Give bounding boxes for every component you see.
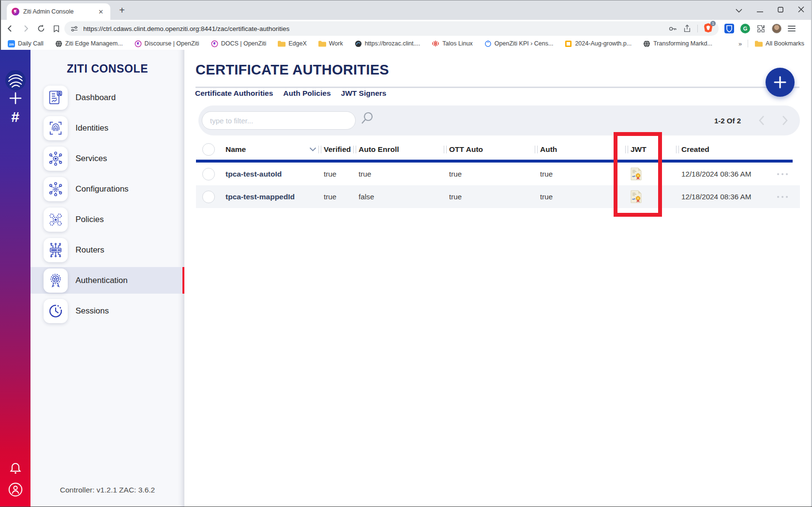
browser-chrome: Ziti Admin Console ✕ + https://ctrl.cdaw… xyxy=(0,0,811,50)
bookmark-item[interactable]: Talos Linux xyxy=(432,40,473,47)
ca-name[interactable]: tpca-test-mappedId xyxy=(224,185,318,208)
column-ott-auto[interactable]: OTT Auto xyxy=(449,145,483,154)
ca-ott-auto: true xyxy=(444,163,535,185)
folder-icon xyxy=(318,41,326,47)
zoom-icon: zm xyxy=(8,40,15,47)
profile-avatar[interactable] xyxy=(772,24,782,33)
extensions-puzzle-icon[interactable] xyxy=(756,24,766,33)
window-minimize-icon[interactable] xyxy=(757,6,763,14)
column-auto-enroll[interactable]: Auto Enroll xyxy=(359,145,399,154)
password-key-icon[interactable] xyxy=(668,24,677,33)
url-bar[interactable]: https://ctrl.cdaws.clint.demo.openziti.o… xyxy=(64,21,719,36)
jwt-column-highlight-annotation xyxy=(614,132,662,217)
grammarly-icon[interactable]: G xyxy=(740,24,750,33)
sidebar-item-label: Configurations xyxy=(75,184,129,194)
back-button[interactable] xyxy=(6,24,15,33)
window-maximize-icon[interactable] xyxy=(778,6,783,14)
tab-jwt-signers[interactable]: JWT Signers xyxy=(341,89,387,98)
menu-icon[interactable] xyxy=(788,26,796,31)
tab-close-icon[interactable]: ✕ xyxy=(96,8,105,15)
column-created[interactable]: Created xyxy=(681,145,709,154)
site-settings-icon[interactable] xyxy=(70,25,78,33)
profile-icon[interactable] xyxy=(0,482,30,497)
table-header: Name Verified Auto Enroll OTT Auto Auth … xyxy=(196,139,800,160)
sidebar-item-routers[interactable]: Routers xyxy=(30,235,184,265)
network-icon xyxy=(44,147,68,171)
share-icon[interactable] xyxy=(683,24,692,33)
svg-text:zm: zm xyxy=(9,42,14,45)
bookmark-item[interactable]: EdgeX xyxy=(278,40,307,47)
sidebar-item-sessions[interactable]: Sessions xyxy=(30,296,184,326)
select-all-checkbox[interactable] xyxy=(202,143,215,156)
network-gear-icon xyxy=(44,177,68,201)
bookmark-item[interactable]: 2024-Aug-growth.p... xyxy=(565,40,632,47)
bookmark-item[interactable]: OpenZiti KPI › Cens... xyxy=(484,40,554,47)
url-text[interactable]: https://ctrl.cdaws.clint.demo.openziti.o… xyxy=(83,25,668,32)
bookmark-item[interactable]: zmDaily Call xyxy=(8,40,44,47)
table-row[interactable]: tpca-test-autoId true true true true 12/… xyxy=(196,163,800,185)
column-verified[interactable]: Verified xyxy=(324,145,351,154)
brand-title: ZITI CONSOLE xyxy=(30,62,184,75)
all-bookmarks[interactable]: All Bookmarks xyxy=(755,40,804,47)
ziti-logo-icon[interactable] xyxy=(0,70,30,90)
filter-bar: 1-2 Of 2 xyxy=(198,105,800,135)
window-chevron-icon[interactable] xyxy=(736,6,742,14)
sidebar-item-dashboard[interactable]: Dashboard xyxy=(30,82,184,113)
ca-auto-enroll: false xyxy=(353,185,444,208)
add-certificate-authority-button[interactable] xyxy=(766,68,795,97)
bookmark-item[interactable]: Transforming Markd... xyxy=(643,40,712,47)
sidebar-item-services[interactable]: Services xyxy=(30,143,184,174)
row-actions-icon[interactable] xyxy=(765,185,800,208)
rail-add-icon[interactable] xyxy=(0,92,30,104)
sidebar-item-configurations[interactable]: Configurations xyxy=(30,174,184,204)
bookmark-item[interactable]: Work xyxy=(318,40,343,47)
sidebar-item-label: Dashboard xyxy=(75,93,116,103)
clock-icon xyxy=(44,299,68,323)
window-close-icon[interactable] xyxy=(798,6,804,14)
folder-icon xyxy=(278,41,286,47)
left-rail: # xyxy=(0,50,30,507)
ca-created: 12/18/2024 08:36 AM xyxy=(676,185,765,208)
brave-shield-icon[interactable]: 1 xyxy=(704,23,713,35)
tab-certificate-authorities[interactable]: Certificate Authorities xyxy=(195,89,273,98)
column-auth[interactable]: Auth xyxy=(540,145,557,154)
notifications-bell-icon[interactable] xyxy=(0,462,30,475)
ca-name[interactable]: tpca-test-autoId xyxy=(224,163,318,185)
sidebar-item-identities[interactable]: Identities xyxy=(30,113,184,143)
sidebar-item-authentication[interactable]: Authentication xyxy=(30,265,184,296)
row-checkbox[interactable] xyxy=(202,168,215,180)
prev-page-icon[interactable] xyxy=(758,115,765,126)
bookmark-icon[interactable] xyxy=(52,25,60,33)
sidebar-item-policies[interactable]: Policies xyxy=(30,204,184,235)
reload-button[interactable] xyxy=(37,24,45,33)
sort-chevron-icon[interactable] xyxy=(309,147,316,151)
tab-auth-policies[interactable]: Auth Policies xyxy=(283,89,331,98)
pagination: 1-2 Of 2 xyxy=(714,105,788,135)
rail-hash-icon[interactable]: # xyxy=(0,109,30,125)
bitwarden-icon[interactable] xyxy=(724,24,734,33)
bookmark-item[interactable]: Ziti Edge Managem... xyxy=(55,40,123,47)
browser-window: Ziti Admin Console ✕ + https://ctrl.cdaw… xyxy=(0,0,812,507)
sidebar-item-label: Policies xyxy=(75,215,104,224)
column-name[interactable]: Name xyxy=(226,145,246,154)
globe-icon xyxy=(355,40,362,47)
ca-verified: true xyxy=(318,163,353,185)
pagination-label: 1-2 Of 2 xyxy=(714,117,741,125)
browser-tab[interactable]: Ziti Admin Console ✕ xyxy=(7,3,110,20)
row-checkbox[interactable] xyxy=(202,191,215,203)
brave-badge: 1 xyxy=(710,21,716,26)
page-title: CERTIFICATE AUTHORITIES xyxy=(195,62,389,78)
bookmark-item[interactable]: https://brozac.clint.... xyxy=(355,40,421,47)
next-page-icon[interactable] xyxy=(782,115,788,126)
bookmark-item[interactable]: DOCS | OpenZiti xyxy=(211,40,267,47)
svg-text:G: G xyxy=(743,26,748,31)
ziti-favicon-icon xyxy=(12,8,19,15)
table-row[interactable]: tpca-test-mappedId true false true true … xyxy=(196,185,800,208)
bookmarks-overflow-icon[interactable]: » xyxy=(738,40,741,47)
bookmark-item[interactable]: Discourse | OpenZiti xyxy=(135,40,199,47)
filter-input[interactable] xyxy=(202,111,356,130)
new-tab-button[interactable]: + xyxy=(116,4,128,16)
search-icon[interactable] xyxy=(360,111,375,127)
forward-button[interactable] xyxy=(21,24,30,33)
row-actions-icon[interactable] xyxy=(765,163,800,185)
